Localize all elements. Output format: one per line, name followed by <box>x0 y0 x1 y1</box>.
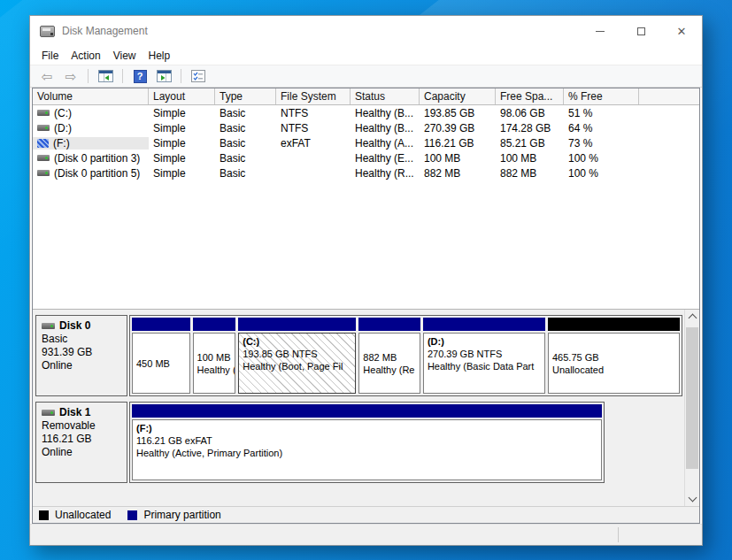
menu-item-action[interactable]: Action <box>65 48 106 64</box>
column-header-6[interactable]: Free Spa... <box>496 88 564 104</box>
partition-block[interactable]: (C:)193.85 GB NTFSHealthy (Boot, Page Fi… <box>238 318 356 394</box>
disk-volume-icon <box>37 110 50 116</box>
graphical-view-pane: Disk 0Basic931.39 GBOnline450 MB100 MBHe… <box>33 309 699 523</box>
type-cell: Basic <box>215 137 276 150</box>
disk-info-panel[interactable]: Disk 1Removable116.21 GBOnline <box>35 402 127 483</box>
show-console-tree-button[interactable] <box>96 67 115 85</box>
disk-volume-icon <box>37 125 50 131</box>
forward-button[interactable]: ⇨ <box>61 67 81 85</box>
menu-item-view[interactable]: View <box>107 48 143 64</box>
partition-block[interactable]: 100 MBHealthy (E <box>193 318 236 394</box>
partition-block[interactable]: 882 MBHealthy (Re <box>358 318 420 394</box>
volume-row[interactable]: (C:)SimpleBasicNTFSHealthy (B...193.85 G… <box>33 105 699 120</box>
disk-size: 931.39 GB <box>42 346 121 359</box>
type-cell: Basic <box>215 107 276 119</box>
toolbar-separator <box>88 69 89 83</box>
capacity-cell: 270.39 GB <box>420 122 496 134</box>
vertical-scrollbar[interactable] <box>684 310 699 506</box>
primary-partition-bar <box>238 318 356 331</box>
maximize-button[interactable] <box>620 16 661 46</box>
status-bar <box>30 524 702 545</box>
disk-info-panel[interactable]: Disk 0Basic931.39 GBOnline <box>35 315 127 396</box>
disk-size: 116.21 GB <box>42 433 121 446</box>
disk-management-window: Disk Management ✕ FileActionViewHelp ⇦ ⇨ <box>29 15 703 546</box>
partition-body: 882 MBHealthy (Re <box>358 333 420 394</box>
disk-name: Disk 0 <box>59 319 90 332</box>
volume-cell: (Disk 0 partition 5) <box>33 167 149 180</box>
unallocated-bar <box>548 318 680 331</box>
show-action-pane-button[interactable] <box>154 67 173 85</box>
disk-graph: 450 MB100 MBHealthy (E(C:)193.85 GB NTFS… <box>129 315 682 396</box>
partition-block[interactable]: 450 MB <box>132 318 190 394</box>
close-button[interactable]: ✕ <box>661 16 702 46</box>
partition-line: 882 MB <box>363 351 416 364</box>
minimize-button[interactable] <box>580 16 620 46</box>
disk-status: Online <box>42 446 121 459</box>
partition-body: 465.75 GBUnallocated <box>548 333 680 394</box>
partition-line: 116.21 GB exFAT <box>136 434 597 447</box>
disk-name: Disk 1 <box>59 406 90 418</box>
scroll-up-icon[interactable] <box>688 314 697 323</box>
partition-line: Healthy (Basic Data Part <box>428 360 541 372</box>
capacity-cell: 100 MB <box>420 152 496 165</box>
status-cell: Healthy (B... <box>351 122 420 134</box>
back-button[interactable]: ⇦ <box>37 67 57 85</box>
volume-row[interactable]: (Disk 0 partition 3)SimpleBasicHealthy (… <box>33 150 699 165</box>
volume-name: (Disk 0 partition 5) <box>54 167 140 180</box>
primary-partition-bar <box>132 404 602 418</box>
column-header-3[interactable]: File System <box>276 88 351 104</box>
title-bar[interactable]: Disk Management ✕ <box>30 16 702 46</box>
type-cell: Basic <box>215 152 276 165</box>
partition-block[interactable]: (F:)116.21 GB exFATHealthy (Active, Prim… <box>132 404 602 480</box>
free-cell: 174.28 GB <box>496 122 564 134</box>
disk-kind: Basic <box>42 333 121 346</box>
volume-cell: (F:) <box>33 137 149 150</box>
status-cell: Healthy (E... <box>351 152 420 165</box>
partition-body: (F:)116.21 GB exFATHealthy (Active, Prim… <box>132 419 602 480</box>
column-header-4[interactable]: Status <box>351 88 420 104</box>
type-cell: Basic <box>215 122 276 134</box>
column-header-2[interactable]: Type <box>215 88 276 104</box>
desktop-background: Disk Management ✕ FileActionViewHelp ⇦ ⇨ <box>0 0 732 560</box>
properties-button[interactable] <box>189 67 208 85</box>
partition-label: (C:) <box>243 335 351 348</box>
capacity-cell: 882 MB <box>420 167 496 180</box>
layout-cell: Simple <box>149 167 215 180</box>
volume-row[interactable]: (Disk 0 partition 5)SimpleBasicHealthy (… <box>33 165 699 180</box>
disk-status: Online <box>42 359 121 372</box>
column-header-7[interactable]: % Free <box>564 88 639 104</box>
pct-cell: 100 % <box>564 167 639 180</box>
toolbar: ⇦ ⇨ ? <box>30 65 702 88</box>
volume-row[interactable]: (F:)SimpleBasicexFATHealthy (A...116.21 … <box>33 135 699 150</box>
disk-icon <box>42 410 55 416</box>
menu-item-help[interactable]: Help <box>143 48 177 64</box>
disk-kind: Removable <box>42 419 121 433</box>
fs-cell: NTFS <box>276 122 351 134</box>
partition-line: Healthy (E <box>197 364 232 376</box>
column-header-0[interactable]: Volume <box>33 88 149 104</box>
partition-line: Unallocated <box>552 364 675 376</box>
help-button[interactable]: ? <box>130 67 150 85</box>
layout-cell: Simple <box>149 137 215 150</box>
volume-cell: (C:) <box>33 107 149 119</box>
capacity-cell: 193.85 GB <box>420 107 496 119</box>
scrollbar-thumb[interactable] <box>686 327 698 469</box>
primary-partition-bar <box>358 318 420 331</box>
legend-label-primary-partition: Primary partition <box>143 509 220 521</box>
primary-partition-bar <box>423 318 545 331</box>
back-icon: ⇦ <box>42 70 53 83</box>
partition-line: Healthy (Boot, Page Fil <box>243 360 351 372</box>
status-cell: Healthy (A... <box>351 137 420 150</box>
partition-block[interactable]: (D:)270.39 GB NTFSHealthy (Basic Data Pa… <box>423 318 545 394</box>
menu-item-file[interactable]: File <box>35 48 65 64</box>
column-header-1[interactable]: Layout <box>149 88 215 104</box>
primary-partition-bar <box>193 318 236 331</box>
menu-bar: FileActionViewHelp <box>30 46 702 65</box>
volume-row[interactable]: (D:)SimpleBasicNTFSHealthy (B...270.39 G… <box>33 120 699 135</box>
scroll-down-icon[interactable] <box>688 494 697 502</box>
volume-name: (C:) <box>54 107 72 119</box>
partition-label: (F:) <box>136 422 597 434</box>
column-header-5[interactable]: Capacity <box>420 88 496 104</box>
free-cell: 85.21 GB <box>496 137 564 150</box>
partition-block[interactable]: 465.75 GBUnallocated <box>548 318 680 394</box>
